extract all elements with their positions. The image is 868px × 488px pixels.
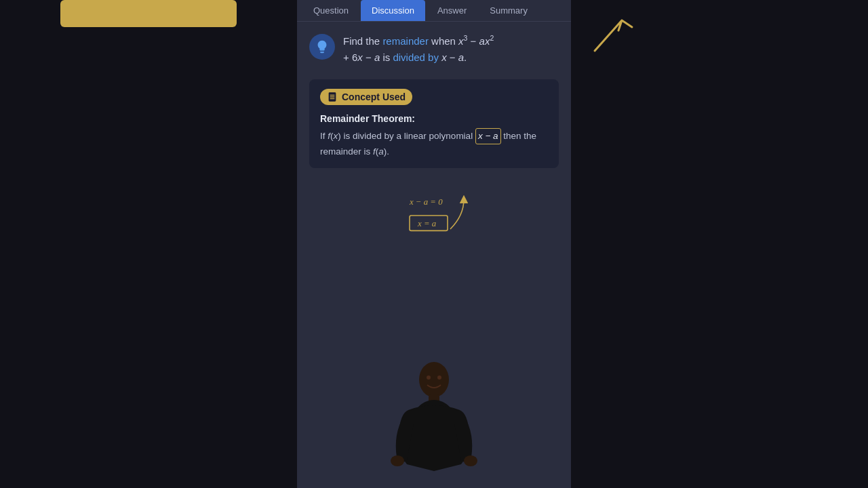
highlight-remainder: remainder	[382, 35, 429, 47]
svg-point-10	[464, 455, 477, 466]
right-panel	[571, 0, 868, 488]
tab-question[interactable]: Question	[302, 0, 359, 21]
top-bar-decoration	[60, 0, 237, 27]
concept-badge: Concept Used	[320, 89, 412, 105]
concept-body: If f(x) is divided by a linear polynomia…	[320, 128, 548, 159]
main-panel: Question Discussion Answer Summary Find …	[297, 0, 571, 488]
annotation-svg: x − a = 0 x = a	[380, 179, 488, 247]
svg-point-9	[391, 455, 404, 466]
concept-block: Concept Used Remainder Theorem: If f(x) …	[309, 79, 559, 168]
tab-summary[interactable]: Summary	[479, 0, 538, 21]
svg-point-4	[419, 362, 449, 397]
svg-rect-0	[320, 50, 324, 51]
bulb-icon	[309, 34, 335, 60]
svg-text:x − a = 0: x − a = 0	[409, 197, 443, 207]
person-silhouette	[387, 359, 481, 488]
left-panel	[0, 0, 297, 488]
math-annotation: x − a = 0 x = a	[309, 179, 559, 247]
tab-bar: Question Discussion Answer Summary	[297, 0, 571, 22]
question-block: Find the remainder when x3 − ax2 + 6x − …	[309, 33, 559, 66]
svg-point-8	[437, 375, 441, 380]
svg-text:x = a: x = a	[417, 219, 436, 228]
right-panel-arrow	[591, 14, 646, 54]
person-area	[373, 352, 495, 488]
tab-discussion[interactable]: Discussion	[361, 0, 425, 21]
box-highlight-xa: x − a	[475, 128, 501, 144]
concept-label: Concept Used	[342, 92, 406, 102]
tab-answer[interactable]: Answer	[427, 0, 477, 21]
svg-point-7	[427, 375, 431, 380]
concept-title: Remainder Theorem:	[320, 113, 548, 124]
concept-header: Concept Used	[320, 89, 548, 105]
question-text: Find the remainder when x3 − ax2 + 6x − …	[343, 33, 494, 66]
math-expr: x	[458, 35, 464, 47]
highlight-divided: divided by	[393, 52, 439, 63]
